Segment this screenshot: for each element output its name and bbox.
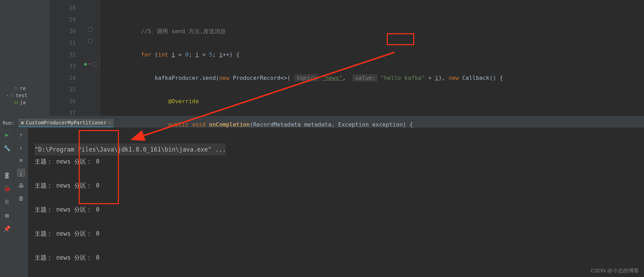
code-line-30: for (int i = 0; i < 5; i++) { xyxy=(100,49,644,60)
run-label: Run: xyxy=(3,120,15,126)
pin-icon[interactable]: 📌 xyxy=(3,225,11,232)
layout-icon[interactable]: ▤ xyxy=(3,211,11,219)
project-item-label: ja xyxy=(20,100,26,105)
console-line: 主题： news 分区： 0 xyxy=(35,155,638,167)
console-line: 主题： news 分区： 0 xyxy=(35,228,638,240)
fold-icon[interactable] xyxy=(88,27,92,31)
run-icon[interactable]: ▶ xyxy=(3,131,11,138)
project-tree[interactable]: 🗀 re ▾ 🗀 test 🗀 ja xyxy=(0,0,50,116)
console-output[interactable]: "D:\Program Files\Java\jdk1.8.0_161\bin\… xyxy=(28,128,644,277)
console-line: 主题： news 分区： 0 xyxy=(35,204,638,216)
scroll-to-end-icon[interactable]: ⭳ xyxy=(17,169,25,177)
code-line-31: kafkaProducer.send(new ProducerRecord<>(… xyxy=(100,72,644,84)
debug-icon[interactable]: 🐞 xyxy=(3,184,11,192)
code-editor[interactable]: 28 29 30 31 32 33 34 35 36 37 ↑ //5、调用 s… xyxy=(50,0,644,116)
settings-icon[interactable]: 🔧 xyxy=(3,144,11,152)
code-line-29: //5、调用 send 方法,发送消息 xyxy=(100,25,644,37)
exit-icon[interactable]: ⎘ xyxy=(3,198,11,206)
run-tab[interactable]: ▣ CustomProducerMyPartitioner × xyxy=(18,119,114,127)
console-line: 主题： news 分区： 0 xyxy=(35,179,638,191)
run-config-icon: ▣ xyxy=(21,120,24,125)
project-item-re[interactable]: 🗀 re xyxy=(0,85,50,92)
print-icon[interactable]: 🖶 xyxy=(17,182,25,189)
console-line: "D:\Program Files\Java\jdk1.8.0_161\bin\… xyxy=(35,143,226,155)
project-item-ja[interactable]: 🗀 ja xyxy=(0,99,50,106)
console-line: 主题： news 分区： 0 xyxy=(35,252,638,264)
folder-icon: 🗀 xyxy=(10,93,14,98)
code-line-32: @Override xyxy=(100,95,644,107)
camera-icon[interactable]: ◙ xyxy=(3,171,11,179)
folder-icon: 🗀 xyxy=(14,100,18,105)
project-item-label: test xyxy=(16,93,28,98)
down-icon[interactable]: ↓ xyxy=(17,143,25,151)
watermark: CSDN @小志的博客 xyxy=(591,267,639,274)
chevron-down-icon: ▾ xyxy=(6,94,8,98)
run-tab-label: CustomProducerMyPartitioner xyxy=(26,120,107,125)
fold-gutter: ↑ xyxy=(80,0,100,116)
trash-icon[interactable]: 🗑 xyxy=(17,194,25,202)
override-up-icon: ↑ xyxy=(88,58,91,70)
line-number-gutter: 28 29 30 31 32 33 34 35 36 37 xyxy=(50,0,80,116)
folder-icon: 🗀 xyxy=(14,86,18,91)
up-icon[interactable]: ↑ xyxy=(17,131,25,138)
gutter-marker-icon xyxy=(84,63,87,66)
run-primary-toolbar: ▶ 🔧 . ◙ 🐞 ⎘ ▤ 📌 xyxy=(0,128,14,277)
fold-icon[interactable] xyxy=(88,39,92,43)
fold-icon[interactable] xyxy=(92,62,96,66)
project-item-label: re xyxy=(20,86,26,91)
soft-wrap-icon[interactable]: ≡ xyxy=(17,156,25,164)
project-item-test[interactable]: ▾ 🗀 test xyxy=(0,92,50,99)
run-secondary-toolbar: ↑ ↓ ≡ ⭳ 🖶 🗑 xyxy=(14,128,28,277)
